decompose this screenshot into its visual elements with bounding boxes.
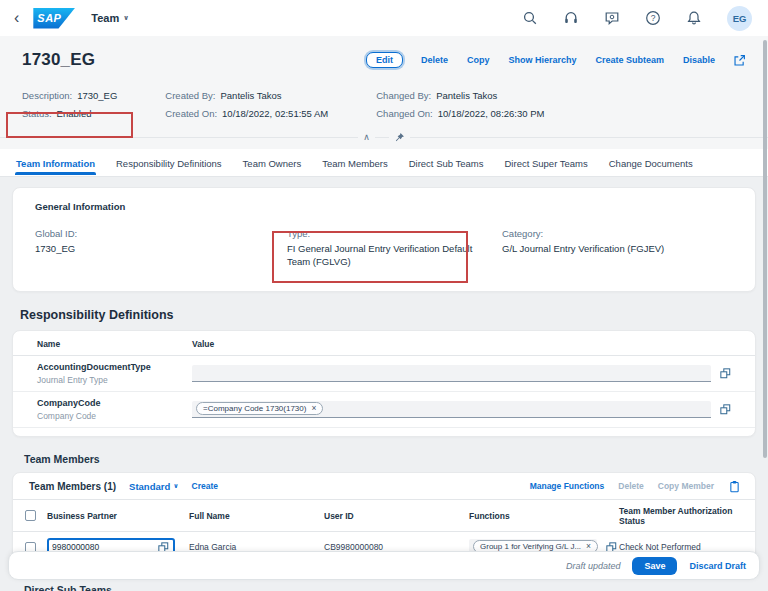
column-user-id: User ID bbox=[324, 511, 469, 521]
tab-team-owners[interactable]: Team Owners bbox=[242, 151, 303, 175]
tab-team-information[interactable]: Team Information bbox=[15, 151, 96, 175]
tab-direct-sub-teams[interactable]: Direct Sub Teams bbox=[408, 151, 485, 175]
changed-on-value: 10/18/2022, 08:26:30 PM bbox=[438, 108, 545, 119]
feedback-icon[interactable] bbox=[604, 10, 620, 26]
category-value: G/L Journal Entry Verification (FGJEV) bbox=[502, 243, 690, 256]
manage-functions-button[interactable]: Manage Functions bbox=[530, 481, 605, 491]
table-row: CompanyCode Company Code =Company Code 1… bbox=[13, 392, 755, 428]
description-value: 1730_EG bbox=[77, 90, 117, 101]
help-icon[interactable]: ? bbox=[645, 10, 661, 26]
global-id-label: Global ID: bbox=[35, 228, 287, 239]
direct-sub-teams-section-title: Direct Sub Teams bbox=[24, 584, 756, 591]
avatar[interactable]: EG bbox=[727, 6, 752, 31]
created-on-label: Created On: bbox=[165, 108, 217, 119]
definition-name: CompanyCode bbox=[37, 398, 192, 408]
anchor-tab-bar: Team Information Responsibility Definiti… bbox=[0, 149, 768, 177]
team-members-header-row: Business Partner Full Name User ID Funct… bbox=[13, 500, 755, 532]
sap-logo: SAP bbox=[33, 8, 75, 29]
column-business-partner: Business Partner bbox=[47, 511, 189, 521]
shell-right: ? EG bbox=[522, 6, 752, 31]
responsibility-definitions-card: Name Value AccountingDoucmentType Journa… bbox=[12, 330, 756, 437]
general-information-title: General Information bbox=[35, 201, 733, 212]
search-icon[interactable] bbox=[522, 10, 538, 26]
back-icon[interactable]: ‹ bbox=[14, 10, 19, 26]
status-label: Status: bbox=[22, 108, 52, 119]
value-help-icon[interactable] bbox=[720, 368, 731, 379]
svg-text:?: ? bbox=[651, 13, 656, 23]
header-collapse-row: ∧ bbox=[22, 125, 746, 149]
tab-team-members[interactable]: Team Members bbox=[321, 151, 388, 175]
value-help-icon[interactable] bbox=[720, 404, 731, 415]
column-auth-status: Team Member Authorization Status bbox=[619, 506, 755, 526]
page-title: 1730_EG bbox=[22, 50, 95, 70]
column-value: Value bbox=[192, 339, 711, 349]
company-code-token: =Company Code 1730(1730) × bbox=[196, 402, 323, 415]
create-button[interactable]: Create bbox=[192, 481, 218, 491]
changed-on-label: Changed On: bbox=[376, 108, 433, 119]
header-facets: Description:1730_EG Status:Enabled Creat… bbox=[22, 80, 746, 125]
status-field: Status:Enabled bbox=[22, 108, 117, 119]
token-remove-icon[interactable]: × bbox=[311, 404, 316, 413]
page: ‹ SAP Team ∨ ? bbox=[0, 0, 768, 591]
save-button[interactable]: Save bbox=[632, 557, 677, 575]
column-functions: Functions bbox=[469, 511, 619, 521]
chevron-down-icon: ∨ bbox=[173, 482, 178, 490]
notifications-icon[interactable] bbox=[686, 10, 702, 26]
tab-responsibility-definitions[interactable]: Responsibility Definitions bbox=[115, 151, 223, 175]
team-members-toolbar: Team Members (1) Standard ∨ Create Manag… bbox=[13, 473, 755, 500]
changed-by-field: Changed By:Pantelis Takos bbox=[376, 90, 544, 101]
object-page-header: 1730_EG Edit Delete Copy Show Hierarchy … bbox=[0, 36, 768, 149]
pin-header-icon[interactable] bbox=[389, 132, 410, 143]
type-value: FI General Journal Entry Verification De… bbox=[287, 243, 475, 269]
token-remove-icon[interactable]: × bbox=[586, 542, 591, 551]
support-icon[interactable] bbox=[563, 10, 579, 26]
collapse-header-icon[interactable]: ∧ bbox=[358, 133, 375, 142]
page-content: General Information Global ID: 1730_EG T… bbox=[0, 177, 768, 591]
token-text: =Company Code 1730(1730) bbox=[203, 404, 306, 413]
edit-button[interactable]: Edit bbox=[366, 52, 403, 68]
tab-direct-super-teams[interactable]: Direct Super Teams bbox=[504, 151, 589, 175]
definition-name: AccountingDoucmentType bbox=[37, 362, 192, 372]
journal-entry-type-input[interactable] bbox=[192, 365, 711, 382]
copy-member-button[interactable]: Copy Member bbox=[658, 481, 714, 491]
category-field: Category: G/L Journal Entry Verification… bbox=[502, 228, 733, 269]
global-id-field: Global ID: 1730_EG bbox=[35, 228, 287, 269]
app-title-label: Team bbox=[91, 12, 119, 24]
column-full-name: Full Name bbox=[189, 511, 324, 521]
description-field: Description:1730_EG bbox=[22, 90, 117, 101]
created-on-value: 10/18/2022, 02:51:55 AM bbox=[222, 108, 328, 119]
shell-bar: ‹ SAP Team ∨ ? bbox=[0, 0, 768, 36]
disable-button[interactable]: Disable bbox=[682, 53, 716, 67]
copy-button[interactable]: Copy bbox=[466, 53, 491, 67]
select-all-checkbox[interactable] bbox=[25, 510, 36, 521]
tab-change-documents[interactable]: Change Documents bbox=[608, 151, 694, 175]
team-members-section-title: Team Members bbox=[24, 453, 756, 465]
discard-draft-button[interactable]: Discard Draft bbox=[689, 561, 746, 571]
definition-description: Company Code bbox=[37, 411, 192, 421]
share-icon[interactable] bbox=[733, 54, 746, 67]
variant-selector[interactable]: Standard ∨ bbox=[129, 481, 178, 492]
changed-by-value: Pantelis Takos bbox=[436, 90, 497, 101]
category-label: Category: bbox=[502, 228, 733, 239]
type-field: Type: FI General Journal Entry Verificat… bbox=[287, 228, 502, 269]
company-code-input[interactable]: =Company Code 1730(1730) × bbox=[192, 401, 711, 418]
scrollbar-thumb[interactable] bbox=[763, 40, 767, 458]
general-information-card: General Information Global ID: 1730_EG T… bbox=[12, 187, 756, 292]
delete-button[interactable]: Delete bbox=[420, 53, 449, 67]
description-label: Description: bbox=[22, 90, 72, 101]
app-title-menu[interactable]: Team ∨ bbox=[91, 12, 129, 24]
create-subteam-button[interactable]: Create Subteam bbox=[594, 53, 665, 67]
status-value: Enabled bbox=[57, 108, 92, 119]
created-by-value: Pantelis Takos bbox=[221, 90, 282, 101]
header-actions: Edit Delete Copy Show Hierarchy Create S… bbox=[366, 52, 746, 68]
changed-on-field: Changed On:10/18/2022, 08:26:30 PM bbox=[376, 108, 544, 119]
chevron-down-icon: ∨ bbox=[123, 14, 129, 22]
show-hierarchy-button[interactable]: Show Hierarchy bbox=[507, 53, 577, 67]
column-name: Name bbox=[37, 339, 192, 349]
sap-logo-text: SAP bbox=[37, 12, 61, 24]
delete-member-button[interactable]: Delete bbox=[618, 481, 644, 491]
definition-description: Journal Entry Type bbox=[37, 375, 192, 385]
paste-icon[interactable] bbox=[728, 480, 741, 493]
token-text: Group 1 for Verifying G/L J... bbox=[480, 542, 581, 551]
responsibility-definitions-title: Responsibility Definitions bbox=[20, 308, 756, 322]
